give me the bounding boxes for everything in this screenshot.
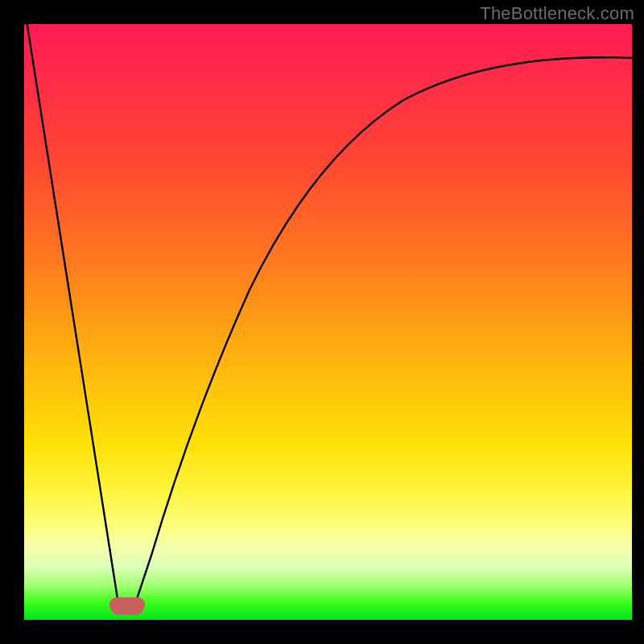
- bottleneck-curve: [24, 24, 632, 620]
- plot-area: [24, 24, 632, 620]
- curve-right-branch: [135, 57, 632, 604]
- watermark-text: TheBottleneck.com: [480, 3, 634, 24]
- curve-left-branch: [27, 21, 118, 604]
- chart-frame: TheBottleneck.com: [0, 0, 644, 644]
- valley-marker: [109, 597, 145, 615]
